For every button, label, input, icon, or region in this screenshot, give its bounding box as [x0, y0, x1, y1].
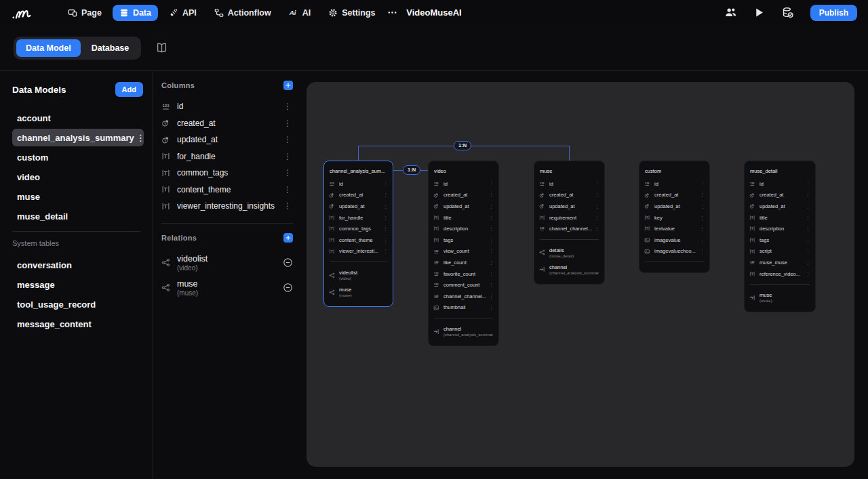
collaborators-icon[interactable]: [725, 7, 736, 18]
relation-row-muse[interactable]: muse(muse): [161, 276, 293, 301]
field-menu-icon[interactable]: ⋮: [806, 272, 810, 276]
sidebar-item-channel-analysis-summary[interactable]: channel_analysis_summary⋮: [12, 129, 144, 146]
column-menu-icon[interactable]: ⋮: [282, 102, 293, 110]
field-menu-icon[interactable]: ⋮: [489, 238, 494, 243]
sidebar-title: Data Models: [12, 85, 66, 95]
datetime-type-icon: [329, 192, 335, 199]
field-menu-icon[interactable]: ⋮: [595, 182, 599, 186]
field-menu-icon[interactable]: ⋮: [489, 226, 494, 231]
canvas-table-video[interactable]: video123id⋮created_at⋮updated_at⋮title⋮d…: [428, 161, 499, 346]
preview-icon[interactable]: [753, 7, 765, 18]
canvas-table-muse[interactable]: muse123id⋮created_at⋮updated_at⋮requirem…: [534, 161, 605, 285]
canvas-table-muse-detail[interactable]: muse_detail123id⋮created_at⋮updated_at⋮t…: [744, 161, 816, 312]
sidebar-item-video[interactable]: video: [12, 168, 144, 186]
column-row-id[interactable]: 123id⋮: [161, 98, 293, 115]
field-menu-icon[interactable]: ⋮: [700, 249, 705, 253]
field-menu-icon[interactable]: ⋮: [489, 192, 494, 197]
canvas-table-custom[interactable]: custom123id⋮created_at⋮updated_at⋮key⋮te…: [639, 161, 710, 273]
docs-book-icon[interactable]: [156, 42, 167, 54]
field-name: script: [760, 248, 806, 254]
sidebar-item-custom[interactable]: custom: [12, 148, 144, 166]
field-menu-icon[interactable]: ⋮: [489, 272, 494, 276]
table-relation-row: muse(muse): [745, 289, 815, 306]
add-column-button[interactable]: [283, 81, 293, 90]
field-menu-icon[interactable]: ⋮: [383, 204, 388, 209]
field-menu-icon[interactable]: ⋮: [383, 182, 388, 186]
datetime-type-icon: [329, 203, 335, 209]
field-menu-icon[interactable]: ⋮: [383, 192, 388, 197]
field-menu-icon[interactable]: ⋮: [806, 249, 810, 253]
field-menu-icon[interactable]: ⋮: [806, 260, 810, 265]
column-row-updated-at[interactable]: updated_at⋮: [161, 131, 293, 148]
column-row-for-handle[interactable]: for_handle⋮: [161, 148, 293, 165]
er-diagram-canvas[interactable]: 1:N1:Nchannel_analysis_sum...123id⋮creat…: [307, 82, 854, 467]
add-relation-button[interactable]: [283, 233, 293, 243]
item-menu-icon[interactable]: ⋮: [134, 133, 147, 142]
column-row-created-at[interactable]: created_at⋮: [161, 115, 293, 132]
tab-data-model[interactable]: Data Model: [16, 39, 81, 57]
database-status-icon[interactable]: [782, 7, 793, 18]
field-menu-icon[interactable]: ⋮: [489, 182, 494, 186]
field-menu-icon[interactable]: ⋮: [383, 238, 388, 243]
field-menu-icon[interactable]: ⋮: [489, 260, 494, 265]
publish-button[interactable]: Publish: [810, 5, 857, 21]
add-model-button[interactable]: Add: [115, 82, 143, 97]
field-menu-icon[interactable]: ⋮: [700, 204, 705, 209]
nav-tab-data[interactable]: Data: [113, 5, 158, 21]
column-menu-icon[interactable]: ⋮: [282, 186, 293, 194]
sidebar-item-conversation[interactable]: conversation: [12, 256, 144, 274]
field-menu-icon[interactable]: ⋮: [806, 192, 810, 197]
field-menu-icon[interactable]: ⋮: [700, 215, 705, 220]
column-menu-icon[interactable]: ⋮: [282, 169, 293, 177]
field-menu-icon[interactable]: ⋮: [595, 204, 599, 209]
column-row-common-tags[interactable]: common_tags⋮: [161, 165, 293, 182]
field-menu-icon[interactable]: ⋮: [489, 283, 494, 287]
field-menu-icon[interactable]: ⋮: [383, 215, 388, 220]
column-menu-icon[interactable]: ⋮: [282, 152, 293, 161]
column-menu-icon[interactable]: ⋮: [282, 119, 293, 127]
sidebar-item-tool-usage-record[interactable]: tool_usage_record: [12, 295, 144, 313]
remove-relation-icon[interactable]: [283, 283, 293, 293]
field-menu-icon[interactable]: ⋮: [489, 294, 494, 299]
field-menu-icon[interactable]: ⋮: [595, 192, 599, 197]
field-menu-icon[interactable]: ⋮: [595, 226, 599, 231]
column-row-viewer-interesting-insights[interactable]: viewer_interesting_insights⋮: [161, 198, 293, 215]
nav-tab-page[interactable]: Page: [61, 5, 108, 21]
field-menu-icon[interactable]: ⋮: [489, 204, 494, 209]
field-menu-icon[interactable]: ⋮: [383, 249, 388, 253]
field-menu-icon[interactable]: ⋮: [700, 226, 705, 231]
canvas-table-channel-analysis-sum[interactable]: channel_analysis_sum...123id⋮created_at⋮…: [323, 161, 393, 307]
nav-tab-ai[interactable]: AiAI: [282, 5, 318, 21]
nav-tab-settings[interactable]: Settings: [321, 5, 382, 21]
field-menu-icon[interactable]: ⋮: [595, 215, 599, 220]
nav-tab-api[interactable]: API: [162, 5, 203, 21]
remove-relation-icon[interactable]: [283, 257, 293, 268]
field-menu-icon[interactable]: ⋮: [806, 215, 810, 220]
sidebar-item-message-content[interactable]: message_content: [12, 315, 144, 333]
column-menu-icon[interactable]: ⋮: [282, 202, 293, 210]
field-menu-icon[interactable]: ⋮: [700, 192, 705, 197]
column-menu-icon[interactable]: ⋮: [282, 136, 293, 144]
field-menu-icon[interactable]: ⋮: [383, 226, 388, 231]
field-menu-icon[interactable]: ⋮: [806, 204, 810, 209]
field-menu-icon[interactable]: ⋮: [489, 249, 494, 253]
nav-tab-actionflow[interactable]: Actionflow: [208, 5, 278, 21]
field-row: 123id⋮: [324, 178, 393, 190]
actionflow-icon: [214, 8, 224, 18]
sidebar-item-message[interactable]: message: [12, 276, 144, 293]
field-menu-icon[interactable]: ⋮: [806, 226, 810, 231]
field-menu-icon[interactable]: ⋮: [806, 238, 810, 243]
sidebar-item-account[interactable]: account: [12, 109, 144, 127]
column-row-content-theme[interactable]: content_theme⋮: [161, 182, 293, 199]
field-menu-icon[interactable]: ⋮: [700, 182, 705, 186]
nav-overflow-button[interactable]: [382, 4, 402, 21]
field-menu-icon[interactable]: ⋮: [489, 215, 494, 220]
tab-database[interactable]: Database: [82, 39, 139, 57]
relation-row-videolist[interactable]: videolist(video): [161, 251, 293, 276]
brand-logo-icon[interactable]: [11, 4, 38, 22]
field-menu-icon[interactable]: ⋮: [700, 238, 705, 243]
field-menu-icon[interactable]: ⋮: [806, 182, 810, 186]
sidebar-item-muse-detail[interactable]: muse_detail: [12, 207, 144, 225]
field-menu-icon[interactable]: ⋮: [489, 305, 494, 310]
sidebar-item-muse[interactable]: muse: [12, 188, 144, 205]
